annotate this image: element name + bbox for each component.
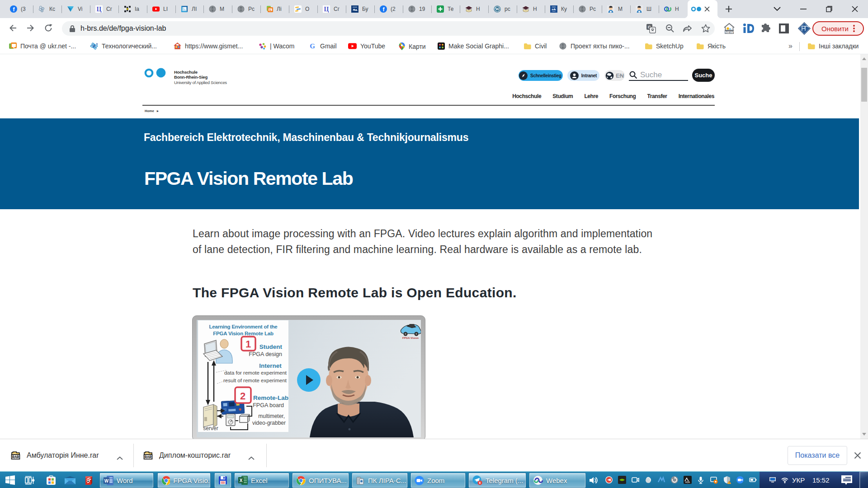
svg-text:Student: Student [259, 343, 283, 350]
svg-text:Learning Environment of the: Learning Environment of the [209, 324, 277, 329]
svg-text:data for remote experiment: data for remote experiment [224, 370, 287, 375]
svg-text:!: ! [729, 481, 730, 484]
svg-text:1: 1 [245, 338, 251, 350]
svg-text:Remote-Lab: Remote-Lab [253, 394, 288, 401]
svg-text:FPGA board: FPGA board [253, 402, 284, 408]
svg-text:server: server [203, 425, 218, 432]
svg-text:Ц: Ц [97, 6, 102, 13]
svg-text:6: 6 [13, 46, 15, 49]
svg-text:FPGA Vision: FPGA Vision [402, 337, 419, 339]
svg-text:Б: Б [269, 9, 272, 11]
svg-text:Ц: Ц [324, 6, 329, 13]
svg-text:RAR: RAR [145, 455, 152, 460]
svg-text:result of remote experiment: result of remote experiment [223, 378, 287, 383]
svg-text:multimeter,: multimeter, [258, 413, 285, 419]
svg-text:RAR: RAR [12, 455, 19, 460]
svg-text:video-grabber: video-grabber [252, 420, 286, 426]
svg-text:FPGA design: FPGA design [249, 351, 282, 357]
svg-text:Internet: Internet [259, 362, 282, 369]
svg-text:2: 2 [240, 390, 245, 402]
svg-text:FPGA Vision Remote Lab: FPGA Vision Remote Lab [213, 331, 274, 336]
svg-text:X: X [240, 478, 243, 483]
svg-text:ADA: ADA [685, 481, 690, 483]
svg-text:G: G [310, 42, 315, 50]
svg-text:NEW: NEW [725, 30, 734, 34]
svg-text:W: W [104, 478, 109, 483]
svg-text:W: W [495, 7, 500, 11]
svg-text:6: 6 [479, 481, 481, 484]
